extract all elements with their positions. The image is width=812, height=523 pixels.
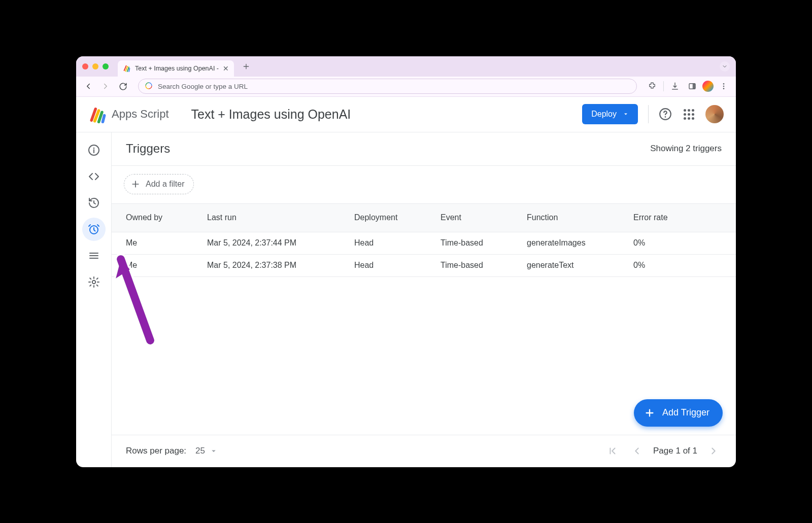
nav-settings[interactable] [82,270,106,294]
app-body: Triggers Showing 2 triggers Add a filter… [76,132,736,467]
add-filter-button[interactable]: Add a filter [124,174,194,194]
filter-row: Add a filter [112,166,736,203]
table-header-row: Owned by Last run Deployment Event Funct… [112,204,736,232]
cell-error-rate: 0% [633,261,736,270]
window-controls [82,63,109,69]
cell-function: generateImages [527,238,633,248]
svg-point-6 [723,83,725,85]
col-error-rate[interactable]: Error rate [633,213,736,222]
chrome-menu-button[interactable] [717,79,731,93]
main-content: Triggers Showing 2 triggers Add a filter… [112,132,736,467]
cell-deployment: Head [354,238,441,248]
extensions-button[interactable] [645,79,659,93]
browser-toolbar: Search Google or type a URL [76,77,736,97]
left-nav-rail [76,132,112,467]
tabs-dropdown-button[interactable] [720,61,730,72]
list-icon [88,250,100,262]
window-minimize-button[interactable] [92,63,98,69]
info-icon [88,144,100,156]
pagination-bar: Rows per page: 25 Page 1 of 1 [112,435,736,467]
back-button[interactable] [81,79,95,93]
plus-icon [644,407,655,419]
table-row[interactable]: Me Mar 5, 2024, 2:37:38 PM Head Time-bas… [112,255,736,277]
side-panel-button[interactable] [685,79,699,93]
cell-function: generateText [527,261,633,270]
svg-point-8 [723,88,725,89]
add-trigger-button[interactable]: Add Trigger [634,399,723,427]
new-tab-button[interactable] [239,59,253,74]
deploy-label: Deploy [591,110,617,119]
col-deployment[interactable]: Deployment [354,213,441,222]
nav-overview[interactable] [82,138,106,162]
next-page-button[interactable] [705,443,722,459]
svg-point-14 [92,280,95,283]
help-button[interactable] [659,108,672,121]
nav-libraries[interactable] [82,244,106,267]
add-trigger-label: Add Trigger [662,407,709,418]
window-close-button[interactable] [82,63,88,69]
cell-owned-by: Me [126,238,207,248]
browser-tab[interactable]: Text + Images using OpenAI - ✕ [118,60,234,77]
address-bar[interactable]: Search Google or type a URL [138,79,637,94]
col-event[interactable]: Event [441,213,527,222]
reload-button[interactable] [116,79,130,93]
apps-script-favicon-icon [123,64,131,73]
triggers-count-summary: Showing 2 triggers [650,144,722,154]
toolbar-divider [663,81,664,91]
cell-owned-by: Me [126,261,207,270]
browser-tab-title: Text + Images using OpenAI - [135,65,219,72]
address-bar-placeholder: Search Google or type a URL [158,83,248,90]
svg-point-10 [665,116,666,118]
svg-point-12 [93,147,94,149]
cell-event: Time-based [441,261,527,270]
triggers-table: Owned by Last run Deployment Event Funct… [112,203,736,277]
browser-window: Text + Images using OpenAI - ✕ Search Go… [76,56,736,467]
prev-page-button[interactable] [629,443,645,459]
gear-icon [88,276,100,288]
forward-button[interactable] [98,79,113,93]
project-title[interactable]: Text + Images using OpenAI [191,107,351,122]
google-apps-button[interactable] [682,108,695,121]
cell-event: Time-based [441,238,527,248]
nav-editor[interactable] [82,165,106,188]
page-indicator: Page 1 of 1 [653,446,697,456]
product-name: Apps Script [112,108,169,121]
nav-executions[interactable] [82,191,106,215]
window-zoom-button[interactable] [103,63,109,69]
apps-grid-icon [684,109,694,120]
chevron-down-icon [623,111,629,117]
cell-last-run: Mar 5, 2024, 2:37:44 PM [207,238,354,248]
account-avatar[interactable] [705,105,724,123]
code-icon [88,170,100,183]
cell-last-run: Mar 5, 2024, 2:37:38 PM [207,261,354,270]
cell-deployment: Head [354,261,441,270]
plus-icon [130,179,141,189]
rows-per-page-label: Rows per page: [126,446,186,456]
header-divider [648,105,649,123]
chevron-down-icon [209,446,218,456]
apps-script-logo[interactable]: Apps Script [88,105,169,123]
browser-tab-strip: Text + Images using OpenAI - ✕ [76,56,736,77]
history-icon [88,197,100,209]
add-filter-label: Add a filter [146,180,184,189]
first-page-button[interactable] [604,443,621,459]
svg-point-7 [723,86,725,87]
rows-per-page-select[interactable]: 25 [195,446,218,456]
nav-triggers[interactable] [82,218,106,241]
page-title: Triggers [126,142,170,156]
app-header: Apps Script Text + Images using OpenAI D… [76,97,736,132]
deploy-button[interactable]: Deploy [582,104,638,124]
tab-close-icon[interactable]: ✕ [223,64,229,73]
profile-avatar-small[interactable] [702,81,714,92]
svg-rect-5 [693,84,695,89]
cell-error-rate: 0% [633,238,736,248]
col-owned-by[interactable]: Owned by [126,213,207,222]
google-search-icon [145,82,153,91]
col-last-run[interactable]: Last run [207,213,354,222]
rows-per-page-value: 25 [195,446,205,456]
page-titlebar: Triggers Showing 2 triggers [112,132,736,166]
downloads-button[interactable] [668,79,682,93]
table-row[interactable]: Me Mar 5, 2024, 2:37:44 PM Head Time-bas… [112,232,736,255]
alarm-icon [88,223,100,235]
col-function[interactable]: Function [527,213,633,222]
